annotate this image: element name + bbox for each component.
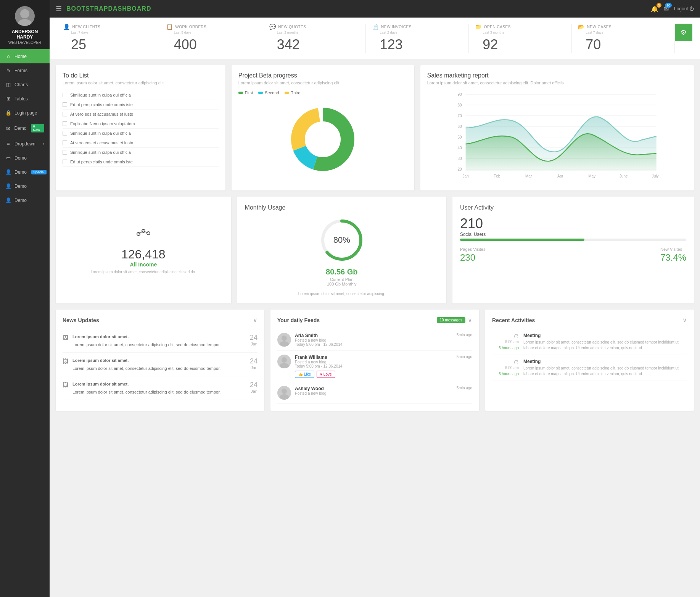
feeds-collapse-icon[interactable]: ∨ bbox=[468, 316, 472, 324]
sidebar-item-label: Forms bbox=[14, 68, 27, 73]
feed-avatar bbox=[277, 386, 291, 400]
svg-text:50: 50 bbox=[457, 135, 462, 139]
notifications-button[interactable]: 🔔 5 bbox=[651, 5, 658, 13]
news-icon: 🖼 bbox=[63, 334, 69, 348]
sidebar-item-demo4[interactable]: 👤 Demo bbox=[0, 193, 50, 207]
sidebar-item-home[interactable]: ⌂ Home bbox=[0, 49, 50, 63]
topbar-actions: 🔔 5 ✉ 10 Logout ⏻ bbox=[651, 5, 694, 13]
activities-panel: Recent Activities ∨ ⏱ 6:00 am 6 hours ag… bbox=[485, 310, 694, 411]
todo-checkbox[interactable] bbox=[63, 140, 67, 145]
sidebar-item-label: Login page bbox=[14, 110, 37, 116]
svg-point-0 bbox=[20, 9, 29, 18]
svg-text:June: June bbox=[619, 174, 628, 178]
monitor-icon: ▭ bbox=[5, 155, 11, 161]
title-bold: DASHBOARD bbox=[108, 5, 151, 12]
sidebar-item-label: Demo bbox=[14, 155, 27, 161]
feeds-badge: 10 messages bbox=[437, 317, 465, 323]
sidebar-item-tables[interactable]: ⊞ Tables bbox=[0, 92, 50, 106]
donut-subtitle: Lorem ipsum dolor sit amet, consectetur … bbox=[238, 81, 407, 85]
sidebar-username: ANDERSON HARDY bbox=[3, 29, 47, 40]
news-icon: 🖼 bbox=[63, 382, 69, 395]
svg-text:90: 90 bbox=[457, 92, 462, 97]
sidebar-item-dropdown[interactable]: ≡ Dropdown ‹ bbox=[0, 137, 50, 151]
svg-text:Mar: Mar bbox=[525, 174, 532, 178]
svg-point-5 bbox=[305, 122, 340, 157]
stat-new-quotes: 💬NEW QUOTES Last 2 months 342 bbox=[263, 24, 366, 53]
todo-checkbox[interactable] bbox=[63, 112, 67, 116]
todo-item: Similique sunt in culpa qui officia bbox=[63, 148, 219, 157]
svg-point-1 bbox=[18, 19, 32, 26]
donut-panel: Project Beta progress Lorem ipsum dolor … bbox=[232, 65, 414, 190]
svg-text:Feb: Feb bbox=[494, 174, 500, 178]
news-item: 🖼 Lorem ipsum dolor sit amet.Lorem ipsum… bbox=[63, 353, 257, 376]
mail-icon: ✉ bbox=[5, 126, 11, 131]
settings-button[interactable]: ⚙ bbox=[675, 24, 692, 41]
news-collapse-icon[interactable]: ∨ bbox=[253, 316, 257, 324]
activity-item: ⏱ 6:00 am 6 hours ago Meeting Lorem ipsu… bbox=[492, 355, 687, 381]
sidebar-item-demo3[interactable]: 👤 Demo bbox=[0, 179, 50, 193]
ua-progress-bar bbox=[460, 239, 686, 241]
todo-item: Ed ut perspiciatis unde omnis iste bbox=[63, 157, 219, 167]
todo-checkbox[interactable] bbox=[63, 121, 67, 126]
sidebar-item-login[interactable]: 🔒 Login page bbox=[0, 106, 50, 120]
sidebar-item-label: Demo bbox=[14, 198, 27, 203]
user-icon: 👤 bbox=[5, 169, 11, 175]
stat-new-cases: 📂NEW CASES Last 7 days 70 bbox=[572, 24, 675, 53]
todo-checkbox[interactable] bbox=[63, 131, 67, 136]
todo-subtitle: Lorem ipsum dolor sit amet, consectetur … bbox=[63, 81, 219, 85]
user3-icon: 👤 bbox=[5, 197, 11, 203]
feeds-title: Your daily Feeds bbox=[277, 317, 320, 323]
ua-title: User Activity bbox=[460, 204, 686, 211]
todo-checkbox[interactable] bbox=[63, 150, 67, 155]
sidebar-item-demo-mail[interactable]: ✉ Demo 6 New bbox=[0, 120, 50, 137]
menu-icon[interactable]: ☰ bbox=[56, 5, 62, 13]
news-panel: News Updates ∨ 🖼 Lorem ipsum dolor sit a… bbox=[56, 310, 264, 411]
notif-badge: 5 bbox=[657, 3, 661, 8]
msg-badge: 10 bbox=[665, 3, 672, 8]
todo-item: Ed ut perspiciatis unde omnis iste bbox=[63, 100, 219, 110]
activities-collapse-icon[interactable]: ∨ bbox=[682, 316, 687, 324]
news-header: News Updates ∨ bbox=[63, 316, 257, 324]
feed-actions: 👍 Like ♥ Love bbox=[295, 371, 453, 378]
svg-text:80: 80 bbox=[457, 103, 462, 107]
invoices-icon: 📄 bbox=[372, 24, 379, 30]
todo-checkbox[interactable] bbox=[63, 93, 67, 97]
open-cases-icon: 📁 bbox=[475, 24, 482, 30]
love-button[interactable]: ♥ Love bbox=[317, 371, 335, 378]
sidebar-item-charts[interactable]: ◫ Charts bbox=[0, 77, 50, 92]
svg-text:40: 40 bbox=[457, 146, 462, 150]
sidebar-item-demo2[interactable]: ▭ Demo bbox=[0, 151, 50, 165]
monthly-plan-label: Current Plan bbox=[330, 277, 354, 282]
main-area: ☰ BOOTSTRAPDASHBOARD 🔔 5 ✉ 10 Logout ⏻ 👤… bbox=[50, 0, 700, 597]
forms-icon: ✎ bbox=[5, 68, 11, 73]
logout-button[interactable]: Logout ⏻ bbox=[674, 6, 694, 11]
sidebar-item-label: Demo bbox=[14, 184, 27, 189]
todo-checkbox[interactable] bbox=[63, 102, 67, 107]
donut-legend: First Second Third bbox=[238, 90, 407, 95]
legend-third: Third bbox=[285, 90, 301, 95]
title-plain: BOOTSTRAP bbox=[66, 5, 108, 12]
messages-button[interactable]: ✉ 10 bbox=[664, 5, 669, 13]
income-desc: Lorem ipsum dolor sit amet, consectetur … bbox=[91, 270, 196, 274]
sidebar: ANDERSON HARDY WEB DEVELOPER ⌂ Home ✎ Fo… bbox=[0, 0, 50, 597]
todo-item: At vero eos et accusamus et iusto bbox=[63, 138, 219, 148]
svg-point-38 bbox=[282, 389, 287, 394]
monthly-gb: 80.56 Gb bbox=[326, 268, 357, 276]
feed-avatar bbox=[277, 333, 291, 347]
sidebar-item-forms[interactable]: ✎ Forms bbox=[0, 63, 50, 77]
donut-title: Project Beta progress bbox=[238, 72, 407, 79]
news-icon: 🖼 bbox=[63, 358, 69, 371]
monthly-plan-value: 100 Gb Monthly bbox=[327, 282, 357, 286]
todo-title: To do List bbox=[63, 72, 219, 79]
content-area: 👤NEW CLIENTS Last 7 days 25 📋WORK ORDERS… bbox=[50, 18, 700, 597]
sales-subtitle: Lorem ipsum dolor sit amet, consectetur … bbox=[427, 81, 687, 85]
todo-checkbox[interactable] bbox=[63, 160, 67, 164]
stat-work-orders: 📋WORK ORDERS Last 5 days 400 bbox=[160, 24, 263, 53]
sales-chart-svg: 90 80 70 60 50 40 30 20 bbox=[427, 90, 687, 182]
sidebar-item-demo-special[interactable]: 👤 Demo Special bbox=[0, 165, 50, 179]
ua-new-visites-metric: New Visites 73.4% bbox=[660, 247, 686, 263]
svg-point-35 bbox=[280, 341, 289, 347]
income-value: 126,418 bbox=[121, 247, 166, 261]
like-button[interactable]: 👍 Like bbox=[295, 371, 314, 378]
app-title: BOOTSTRAPDASHBOARD bbox=[66, 5, 151, 12]
